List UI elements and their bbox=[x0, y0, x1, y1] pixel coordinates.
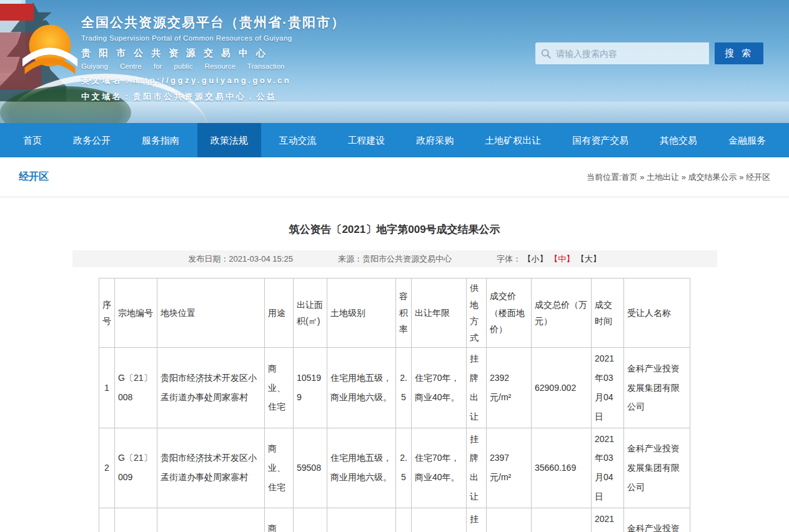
domain-en-value: http://ggzy.guiyang.gov.cn bbox=[133, 76, 292, 85]
table-row: 1G〔21〕008贵阳市经济技术开发区小孟街道办事处周家寨村商业、住宅10519… bbox=[99, 348, 690, 428]
nav-item[interactable]: 其他交易 bbox=[647, 123, 710, 157]
header-text-block: 全国公共资源交易平台（贵州省·贵阳市） Trading Supervision … bbox=[81, 14, 345, 102]
font-small-link[interactable]: 【小】 bbox=[524, 254, 548, 264]
column-header: 土地级别 bbox=[327, 278, 396, 348]
main-nav: 首页政务公开服务指南政策法规互动交流工程建设政府采购土地矿权出让国有资产交易其他… bbox=[0, 123, 789, 157]
source: 来源：贵阳市公共资源交易中心 bbox=[338, 254, 452, 265]
column-header: 容积率 bbox=[396, 278, 412, 348]
cell-plot_ratio: 2.5 bbox=[396, 508, 412, 532]
article: 筑公资告〔2021〕地字第009号成交结果公示 发布日期：2021-03-04 … bbox=[0, 222, 789, 532]
cell-transferee: 金科产业投资发展集团有限公司 bbox=[624, 428, 690, 508]
cell-total_price: 62909.002 bbox=[532, 348, 592, 428]
cell-deal_time: 2021年03月04日 bbox=[592, 348, 624, 428]
cell-area: 77895 bbox=[294, 508, 327, 532]
cell-area: 105199 bbox=[294, 348, 327, 428]
cell-supply_method: 挂牌出让 bbox=[467, 428, 487, 508]
domain-cn-label: 中文域名： bbox=[81, 92, 133, 101]
cell-price: 2392元/m² bbox=[487, 348, 532, 428]
results-table-wrap: 序号宗地编号地块位置用途出让面积(㎡)土地级别容积率出让年限供地方式成交价（楼面… bbox=[72, 278, 717, 532]
cell-transferee: 金科产业投资发展集团有限公司 bbox=[624, 508, 690, 532]
cell-term: 住宅70年，商业40年。 bbox=[412, 428, 467, 508]
cell-parcel_no: G〔21〕010 bbox=[115, 508, 157, 532]
column-header: 宗地编号 bbox=[115, 278, 157, 348]
cell-plot_ratio: 2.5 bbox=[396, 348, 412, 428]
cell-use: 商业、住宅 bbox=[265, 428, 294, 508]
cell-total_price: 46639.63125 bbox=[532, 508, 592, 532]
column-header: 成交时间 bbox=[592, 278, 624, 348]
page-title: 筑公资告〔2021〕地字第009号成交结果公示 bbox=[0, 222, 789, 237]
table-row: 3G〔21〕010贵阳市经济技术开发区小孟街道办事处周家寨村商业、住宅77895… bbox=[99, 508, 690, 532]
site-title: 全国公共资源交易平台（贵州省·贵阳市） bbox=[81, 14, 345, 31]
cell-price: 2397元/m² bbox=[487, 428, 532, 508]
font-medium-link[interactable]: 【中】 bbox=[550, 254, 574, 264]
search-input[interactable] bbox=[556, 49, 704, 59]
cell-seq: 1 bbox=[99, 348, 115, 428]
cell-location: 贵阳市经济技术开发区小孟街道办事处周家寨村 bbox=[157, 508, 265, 532]
domain-en-label: 英文域名： bbox=[81, 76, 133, 85]
red-flag-decoration bbox=[0, 4, 34, 21]
site-header: 全国公共资源交易平台（贵州省·贵阳市） Trading Supervision … bbox=[0, 0, 789, 123]
cell-location: 贵阳市经济技术开发区小孟街道办事处周家寨村 bbox=[157, 348, 265, 428]
nav-item[interactable]: 金融服务 bbox=[715, 123, 779, 157]
cell-deal_time: 2021年03月04日 bbox=[592, 508, 624, 532]
search-icon bbox=[540, 48, 552, 59]
nav-item[interactable]: 服务指南 bbox=[129, 123, 192, 157]
search-button[interactable]: 搜 索 bbox=[715, 42, 763, 64]
search-bar: 搜 索 bbox=[535, 42, 763, 64]
table-body: 1G〔21〕008贵阳市经济技术开发区小孟街道办事处周家寨村商业、住宅10519… bbox=[99, 348, 690, 532]
column-header: 地块位置 bbox=[157, 278, 265, 348]
cell-seq: 3 bbox=[99, 508, 115, 532]
column-header: 用途 bbox=[265, 278, 294, 348]
column-header: 出让年限 bbox=[412, 278, 467, 348]
breadcrumb-bar: 经开区 当前位置:首页 » 土地出让 » 成交结果公示 » 经开区 bbox=[0, 157, 789, 197]
domain-cn-value: 贵阳市公共资源交易中心．公益 bbox=[133, 92, 277, 101]
cell-term: 住宅70年，商业40年。 bbox=[412, 348, 467, 428]
nav-item[interactable]: 互动交流 bbox=[266, 123, 330, 157]
article-meta: 发布日期：2021-03-04 15:25 来源：贵阳市公共资源交易中心 字体：… bbox=[72, 250, 717, 267]
site-title-en: Trading Supervision Portal of Common Res… bbox=[81, 34, 345, 42]
nav-item[interactable]: 工程建设 bbox=[334, 123, 398, 157]
column-header: 供地方式 bbox=[467, 278, 487, 348]
column-header: 受让人名称 bbox=[624, 278, 690, 348]
column-header: 序号 bbox=[99, 278, 115, 348]
cell-plot_ratio: 2.5 bbox=[396, 428, 412, 508]
cell-parcel_no: G〔21〕009 bbox=[115, 428, 157, 508]
cell-price: 2395元/m² bbox=[487, 508, 532, 532]
cell-parcel_no: G〔21〕008 bbox=[115, 348, 157, 428]
cell-use: 商业、住宅 bbox=[265, 508, 294, 532]
nav-item[interactable]: 国有资产交易 bbox=[559, 123, 642, 157]
org-name: 贵阳市公共资源交易中心 bbox=[81, 47, 345, 59]
cell-area: 59508 bbox=[294, 428, 327, 508]
cell-land_grade: 住宅用地五级，商业用地六级。 bbox=[327, 348, 396, 428]
nav-item[interactable]: 政务公开 bbox=[60, 123, 124, 157]
cell-land_grade: 住宅用地五级，商业用地六级。 bbox=[327, 428, 396, 508]
breadcrumb[interactable]: 当前位置:首页 » 土地出让 » 成交结果公示 » 经开区 bbox=[587, 172, 770, 183]
cell-seq: 2 bbox=[99, 428, 115, 508]
nav-item[interactable]: 土地矿权出让 bbox=[472, 123, 554, 157]
nav-item[interactable]: 政府采购 bbox=[403, 123, 467, 157]
site-logo bbox=[22, 21, 77, 79]
table-row: 2G〔21〕009贵阳市经济技术开发区小孟街道办事处周家寨村商业、住宅59508… bbox=[99, 428, 690, 508]
results-table: 序号宗地编号地块位置用途出让面积(㎡)土地级别容积率出让年限供地方式成交价（楼面… bbox=[99, 278, 690, 532]
cell-use: 商业、住宅 bbox=[265, 348, 294, 428]
font-large-link[interactable]: 【大】 bbox=[577, 254, 601, 264]
section-title: 经开区 bbox=[19, 170, 49, 184]
table-header-row: 序号宗地编号地块位置用途出让面积(㎡)土地级别容积率出让年限供地方式成交价（楼面… bbox=[99, 278, 690, 348]
nav-item[interactable]: 首页 bbox=[10, 123, 55, 157]
cell-term: 住宅70年，商业40年。 bbox=[412, 508, 467, 532]
nav-item[interactable]: 政策法规 bbox=[197, 123, 261, 157]
cell-deal_time: 2021年03月04日 bbox=[592, 428, 624, 508]
cell-location: 贵阳市经济技术开发区小孟街道办事处周家寨村 bbox=[157, 428, 265, 508]
domain-cn-line: 中文域名：贵阳市公共资源交易中心．公益 bbox=[81, 91, 345, 102]
column-header: 出让面积(㎡) bbox=[294, 278, 327, 348]
org-name-en: Guiyang Centre for public Resource Trans… bbox=[81, 62, 345, 70]
column-header: 成交价（楼面地价） bbox=[487, 278, 532, 348]
cell-total_price: 35660.169 bbox=[532, 428, 592, 508]
font-size-label: 字体： bbox=[497, 254, 521, 264]
font-size-switcher: 字体： 【小】 【中】 【大】 bbox=[497, 254, 601, 265]
cell-supply_method: 挂牌出让 bbox=[467, 508, 487, 532]
cell-land_grade: 住宅用地五级，商业用地六级。 bbox=[327, 508, 396, 532]
domain-en-line: 英文域名：http://ggzy.guiyang.gov.cn bbox=[81, 75, 345, 86]
cell-transferee: 金科产业投资发展集团有限公司 bbox=[624, 348, 690, 428]
column-header: 成交总价（万元） bbox=[532, 278, 592, 348]
